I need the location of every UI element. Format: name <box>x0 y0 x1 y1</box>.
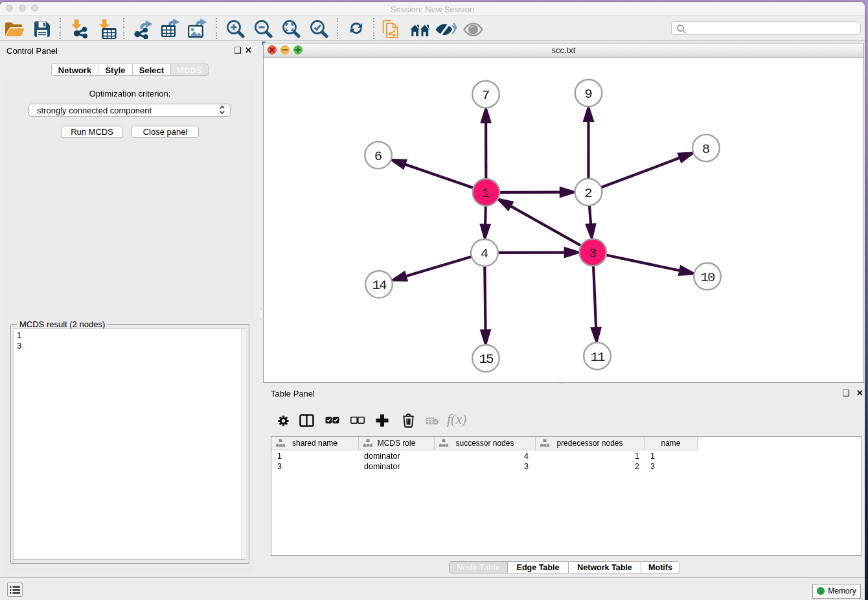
svg-text:3: 3 <box>589 246 597 261</box>
svg-text:4: 4 <box>481 246 489 261</box>
svg-text:7: 7 <box>482 88 490 103</box>
svg-text:1: 1 <box>482 186 490 201</box>
svg-text:11: 11 <box>591 350 605 365</box>
svg-text:15: 15 <box>479 352 494 367</box>
svg-text:10: 10 <box>701 270 715 285</box>
svg-text:14: 14 <box>372 278 387 293</box>
svg-text:6: 6 <box>374 149 383 164</box>
svg-text:8: 8 <box>702 142 711 157</box>
svg-text:9: 9 <box>584 87 593 102</box>
svg-text:2: 2 <box>584 186 593 201</box>
